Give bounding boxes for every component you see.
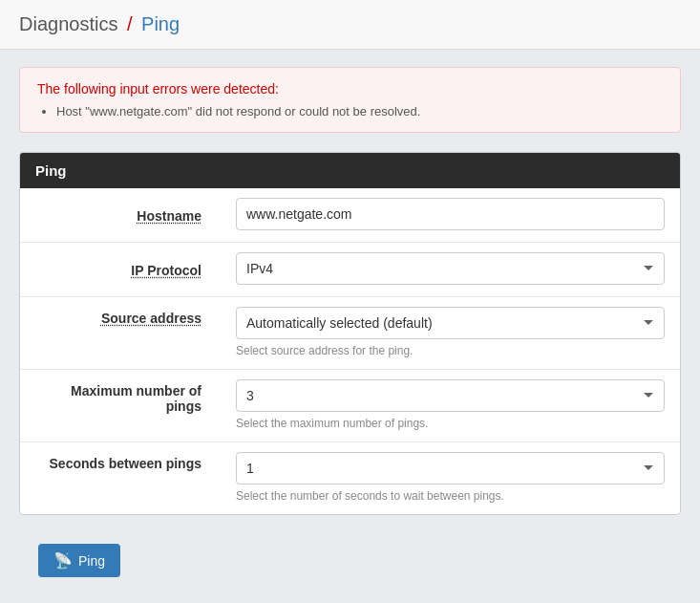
max-pings-row: Maximum number of pings 12345678910 Sele…: [20, 370, 680, 442]
seconds-between-row: Seconds between pings 12345 Select the n…: [20, 442, 680, 515]
seconds-between-select[interactable]: 12345: [236, 452, 665, 485]
ping-button[interactable]: 📡 Ping: [38, 544, 120, 577]
source-address-help: Select source address for the ping.: [236, 344, 665, 357]
error-box: The following input errors were detected…: [19, 67, 681, 133]
hostname-input[interactable]: [236, 198, 665, 230]
ip-protocol-select[interactable]: IPv4IPv6: [236, 252, 665, 285]
ping-button-label: Ping: [78, 553, 105, 569]
seconds-between-label: Seconds between pings: [20, 442, 221, 515]
ip-protocol-row: IP Protocol IPv4IPv6: [20, 243, 680, 297]
hostname-label: Hostname: [20, 188, 221, 243]
page-header: Diagnostics / Ping: [0, 0, 700, 50]
ping-panel: Ping Hostname IP Protocol IPv4IPv6: [19, 152, 681, 515]
ip-protocol-label: IP Protocol: [20, 243, 221, 297]
ip-protocol-input-cell: IPv4IPv6: [221, 243, 680, 297]
source-address-label: Source address: [20, 297, 221, 370]
source-address-input-cell: Automatically selected (default) Select …: [221, 297, 680, 370]
footer-actions: 📡 Ping: [19, 534, 681, 596]
seconds-between-input-cell: 12345 Select the number of seconds to wa…: [221, 442, 680, 515]
breadcrumb-separator: /: [127, 13, 133, 34]
seconds-between-help: Select the number of seconds to wait bet…: [236, 489, 665, 503]
source-address-select[interactable]: Automatically selected (default): [236, 307, 665, 339]
max-pings-select[interactable]: 12345678910: [236, 379, 665, 412]
main-content: The following input errors were detected…: [0, 50, 700, 603]
max-pings-label: Maximum number of pings: [20, 370, 221, 442]
error-title: The following input errors were detected…: [37, 81, 663, 97]
panel-title: Ping: [20, 153, 680, 188]
app-name: Diagnostics: [19, 13, 117, 34]
hostname-row: Hostname: [20, 188, 680, 243]
hostname-input-cell: [221, 188, 680, 243]
max-pings-help: Select the maximum number of pings.: [236, 417, 665, 430]
source-address-row: Source address Automatically selected (d…: [20, 297, 680, 370]
max-pings-input-cell: 12345678910 Select the maximum number of…: [221, 370, 680, 442]
error-item: Host "www.netgate.com" did not respond o…: [56, 104, 663, 118]
page-name: Ping: [141, 13, 180, 34]
form-table: Hostname IP Protocol IPv4IPv6 So: [20, 188, 680, 514]
ping-icon: 📡: [53, 551, 73, 570]
error-list: Host "www.netgate.com" did not respond o…: [37, 104, 663, 118]
